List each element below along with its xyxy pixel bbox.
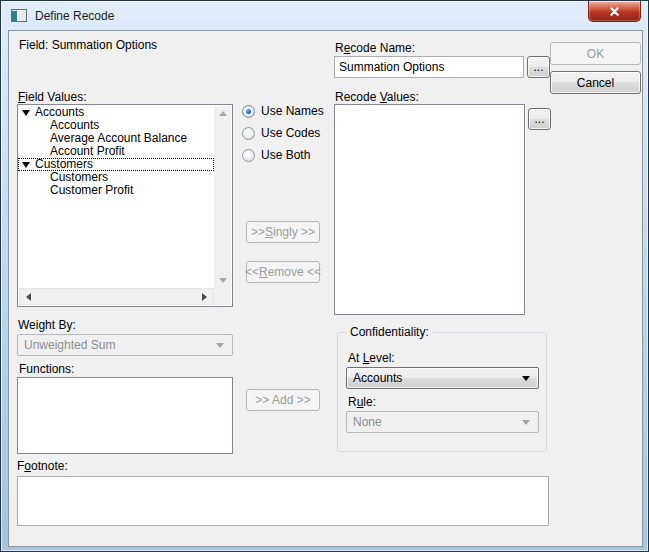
recode-values-label: Recode Values: [335,90,419,104]
titlebar[interactable]: Define Recode [1,1,648,30]
vertical-scrollbar[interactable] [214,106,231,288]
tree-item[interactable]: Accounts [18,106,214,119]
app-icon [11,9,27,22]
chevron-down-icon [522,420,530,425]
radio-use-names[interactable]: Use Names [242,104,324,118]
scroll-right-icon[interactable] [196,289,213,304]
close-icon [610,7,619,16]
horizontal-scrollbar[interactable] [19,288,214,305]
scroll-up-icon[interactable] [214,106,231,121]
functions-list[interactable] [17,377,233,454]
recode-name-label: Recode Name: [335,41,415,55]
recode-values-browse-button[interactable]: ... [528,108,551,130]
radio-icon [242,149,255,162]
field-values-tree: Accounts Accounts Average Account Balanc… [18,106,214,287]
recode-values-list[interactable] [334,104,525,315]
add-button[interactable]: >> Add >> [246,389,320,411]
field-values-label: Field Values: [18,90,87,104]
recode-name-browse-button[interactable]: ... [527,56,550,78]
field-label: Field: Summation Options [19,38,157,52]
define-recode-dialog: Define Recode Field: Summation Options R… [0,0,649,552]
scrollbar-corner [214,288,231,305]
remove-button[interactable]: << Remove << [246,261,320,283]
close-button[interactable] [588,1,641,22]
chevron-down-icon [522,376,530,381]
weight-by-label: Weight By: [18,318,76,332]
scroll-down-icon[interactable] [214,273,231,288]
collapse-icon[interactable] [22,110,30,116]
at-level-label: At Level: [348,351,395,365]
weight-by-dropdown[interactable]: Unweighted Sum [17,334,233,356]
window-title: Define Recode [35,9,114,23]
scroll-left-icon[interactable] [20,289,37,304]
confidentiality-group: Confidentiality: [337,332,547,452]
at-level-dropdown[interactable]: Accounts [346,367,539,389]
chevron-down-icon [216,343,224,348]
tree-item[interactable]: Customer Profit [18,184,214,197]
recode-name-input[interactable] [334,56,524,78]
ok-button[interactable]: OK [550,42,641,65]
rule-label: Rule: [348,395,376,409]
radio-use-both[interactable]: Use Both [242,148,310,162]
field-values-list[interactable]: Accounts Accounts Average Account Balanc… [17,104,233,307]
radio-icon [242,105,255,118]
radio-use-codes[interactable]: Use Codes [242,126,320,140]
radio-icon [242,127,255,140]
functions-label: Functions: [19,362,74,376]
tree-item[interactable]: Customers [18,158,214,171]
collapse-icon[interactable] [22,162,30,168]
cancel-button[interactable]: Cancel [550,71,641,94]
footnote-label: Footnote: [17,459,68,473]
rule-dropdown[interactable]: None [346,411,539,433]
confidentiality-label: Confidentiality: [346,325,433,339]
singly-button[interactable]: >> Singly >> [246,221,320,243]
footnote-input[interactable] [17,476,549,526]
